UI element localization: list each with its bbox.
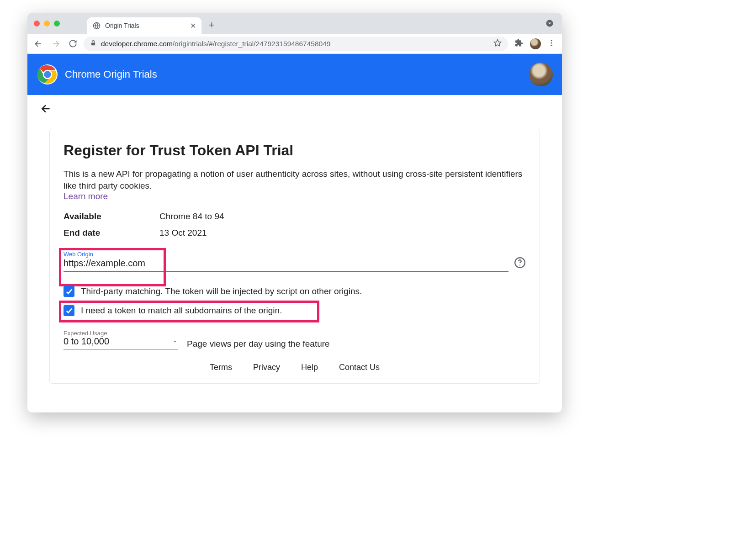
third-party-checkbox-row[interactable]: Third-party matching. The token will be …: [64, 286, 526, 297]
app-header: Chrome Origin Trials: [27, 54, 562, 95]
svg-rect-2: [91, 42, 95, 45]
footer-contact-link[interactable]: Contact Us: [339, 363, 380, 372]
end-date-label: End date: [64, 228, 159, 238]
expected-usage-value: 0 to 10,000: [64, 336, 109, 347]
new-tab-button[interactable]: +: [209, 19, 215, 31]
subdomain-checkbox[interactable]: [64, 305, 74, 316]
svg-point-6: [551, 44, 552, 46]
address-bar[interactable]: developer.chrome.com/origintrials/#/regi…: [84, 37, 508, 51]
tab-overflow-icon[interactable]: [546, 19, 554, 29]
available-label: Available: [64, 211, 159, 222]
third-party-label: Third-party matching. The token will be …: [81, 286, 362, 296]
close-window-button[interactable]: [34, 21, 40, 26]
content-area: Register for Trust Token API Trial This …: [27, 124, 562, 412]
svg-point-5: [551, 42, 552, 43]
expected-usage-select[interactable]: Expected Usage 0 to 10,000: [64, 330, 178, 350]
footer-links: Terms Privacy Help Contact Us: [64, 350, 526, 374]
window-controls: [34, 21, 60, 26]
available-row: Available Chrome 84 to 94: [64, 211, 526, 222]
expected-usage-description: Page views per day using the feature: [187, 339, 330, 350]
available-value: Chrome 84 to 94: [159, 211, 224, 222]
help-icon[interactable]: [514, 257, 526, 270]
footer-privacy-link[interactable]: Privacy: [253, 363, 280, 372]
footer-help-link[interactable]: Help: [301, 363, 318, 372]
reload-button[interactable]: [67, 37, 79, 50]
profile-avatar-large[interactable]: [529, 63, 553, 86]
lock-icon: [90, 40, 96, 48]
web-origin-field[interactable]: Web Origin: [64, 251, 509, 272]
tab-strip: Origin Trials ✕ +: [27, 13, 562, 34]
chrome-logo-icon: [37, 63, 58, 85]
subdomain-checkbox-row[interactable]: I need a token to match all subdomains o…: [64, 305, 526, 316]
app-title: Chrome Origin Trials: [65, 69, 157, 80]
back-button[interactable]: [32, 37, 45, 50]
web-origin-label: Web Origin: [64, 251, 93, 258]
browser-tab[interactable]: Origin Trials ✕: [87, 17, 201, 34]
url-text: developer.chrome.com/origintrials/#/regi…: [101, 40, 489, 48]
third-party-checkbox[interactable]: [64, 286, 74, 297]
extensions-icon[interactable]: [513, 37, 525, 51]
svg-marker-3: [494, 39, 501, 46]
end-date-row: End date 13 Oct 2021: [64, 228, 526, 238]
subdomain-label: I need a token to match all subdomains o…: [81, 306, 282, 316]
tab-title: Origin Trials: [105, 22, 139, 29]
browser-window: Origin Trials ✕ + developer.chrome.com/o…: [27, 13, 562, 412]
footer-terms-link[interactable]: Terms: [210, 363, 232, 372]
registration-card: Register for Trust Token API Trial This …: [49, 129, 540, 384]
browser-menu-icon[interactable]: [546, 37, 557, 51]
page-description: This is a new API for propagating a noti…: [64, 168, 526, 191]
svg-point-4: [551, 40, 552, 41]
expected-usage-label: Expected Usage: [64, 330, 107, 337]
svg-point-11: [519, 265, 520, 266]
globe-icon: [93, 22, 101, 30]
close-tab-icon[interactable]: ✕: [190, 21, 196, 30]
learn-more-link[interactable]: Learn more: [64, 191, 108, 201]
page-toolbar: [27, 95, 562, 124]
chevron-down-icon: [172, 336, 178, 347]
page-back-button[interactable]: [40, 103, 52, 116]
page-title: Register for Trust Token API Trial: [64, 142, 526, 159]
web-origin-input[interactable]: [64, 257, 509, 271]
maximize-window-button[interactable]: [54, 21, 60, 26]
minimize-window-button[interactable]: [44, 21, 50, 26]
end-date-value: 13 Oct 2021: [159, 228, 207, 238]
forward-button[interactable]: [49, 37, 62, 50]
bookmark-icon[interactable]: [493, 39, 502, 49]
browser-toolbar: developer.chrome.com/origintrials/#/regi…: [27, 34, 562, 54]
profile-avatar[interactable]: [530, 38, 541, 49]
